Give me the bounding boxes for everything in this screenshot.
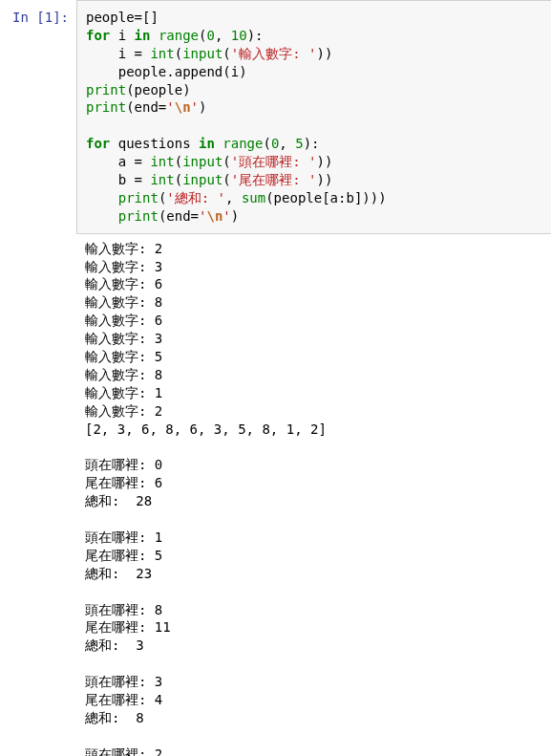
- output-text: 輸入數字: 2 輸入數字: 3 輸入數字: 6 輸入數字: 8 輸入數字: 6 …: [76, 234, 551, 756]
- input-prompt: In [1]:: [0, 0, 76, 234]
- prompt-label: In [1]:: [12, 10, 69, 25]
- notebook-cell: In [1]: people=[] for i in range(0, 10):…: [0, 0, 551, 234]
- code-content[interactable]: people=[] for i in range(0, 10): i = int…: [86, 9, 542, 226]
- code-input-area[interactable]: people=[] for i in range(0, 10): i = int…: [76, 0, 551, 234]
